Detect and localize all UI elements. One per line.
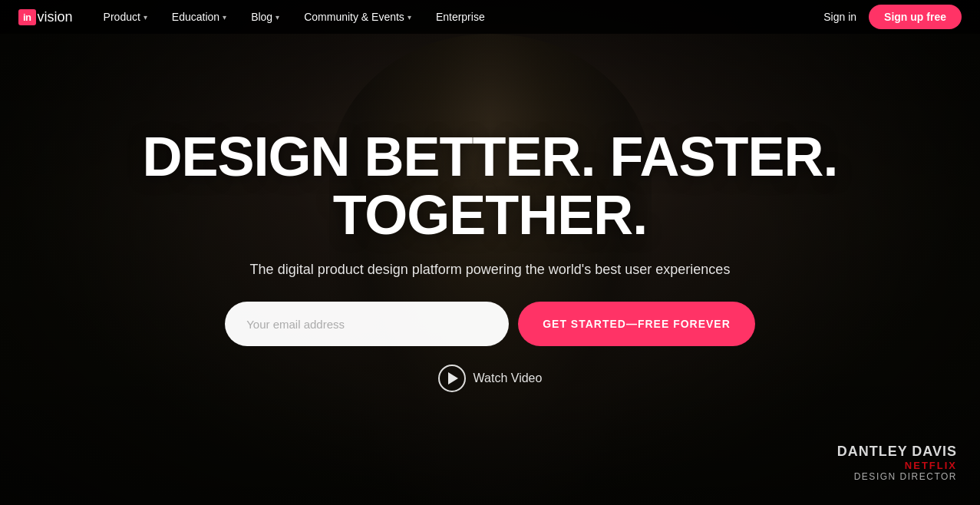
nav-education-label: Education [172,11,219,23]
logo-text: vision [38,9,73,25]
chevron-down-icon: ▾ [223,13,226,21]
hero-section: in vision Product ▾ Education ▾ Blog ▾ C… [0,0,980,505]
sign-up-button[interactable]: Sign up free [869,5,962,29]
sign-in-link[interactable]: Sign in [823,11,856,23]
hero-title: DESIGN BETTER. FASTER. TOGETHER. [68,128,912,244]
watch-video-button[interactable]: Watch Video [438,365,543,392]
play-triangle [448,372,458,385]
get-started-button[interactable]: GET STARTED—FREE FOREVER [518,302,755,346]
nav-blog-label: Blog [251,11,272,23]
nav-item-product[interactable]: Product ▾ [91,0,160,34]
hero-content: DESIGN BETTER. FASTER. TOGETHER. The dig… [68,113,912,392]
nav-item-education[interactable]: Education ▾ [160,0,239,34]
nav-links: Product ▾ Education ▾ Blog ▾ Community &… [91,0,824,34]
email-input[interactable] [225,302,509,346]
nav-product-label: Product [104,11,140,23]
hero-subtitle: The digital product design platform powe… [250,259,731,280]
nav-item-community[interactable]: Community & Events ▾ [292,0,424,34]
chevron-down-icon: ▾ [276,13,279,21]
credit-name: DANTLEY DAVIS [837,444,957,460]
play-icon [438,365,466,392]
hero-form: GET STARTED—FREE FOREVER [225,302,755,346]
nav-item-blog[interactable]: Blog ▾ [239,0,292,34]
credit-role: DESIGN DIRECTOR [837,471,957,482]
chevron-down-icon: ▾ [408,13,411,21]
logo[interactable]: in vision [18,9,73,25]
credit-company: NETFLIX [837,460,957,471]
main-nav: in vision Product ▾ Education ▾ Blog ▾ C… [0,0,980,34]
nav-enterprise-label: Enterprise [436,11,485,23]
nav-right: Sign in Sign up free [823,5,962,29]
nav-community-label: Community & Events [304,11,404,23]
logo-badge: in [18,9,36,25]
chevron-down-icon: ▾ [144,13,147,21]
nav-item-enterprise[interactable]: Enterprise [424,0,497,34]
watch-video-label: Watch Video [474,371,543,385]
person-credit: DANTLEY DAVIS NETFLIX DESIGN DIRECTOR [837,444,957,482]
